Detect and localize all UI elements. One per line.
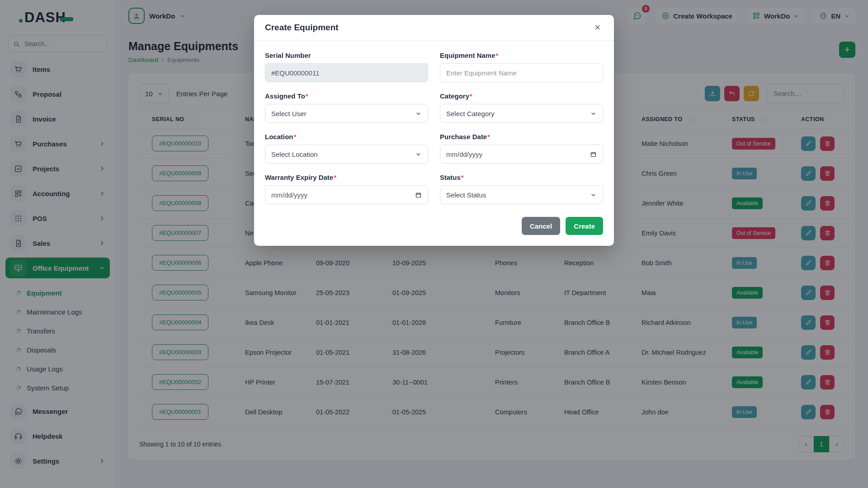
chevron-down-icon: [415, 151, 422, 158]
serial-number-label: Serial Number: [265, 52, 311, 59]
category-select[interactable]: Select Category: [440, 104, 603, 123]
calendar-icon[interactable]: [590, 151, 597, 158]
modal-title: Create Equipment: [265, 23, 339, 33]
serial-number-input: [265, 63, 428, 82]
location-value: Select Location: [271, 150, 318, 158]
modal-header: Create Equipment ×: [254, 15, 614, 41]
category-value: Select Category: [446, 110, 495, 117]
required-asterisk: *: [461, 174, 464, 181]
required-asterisk: *: [306, 92, 308, 100]
chevron-down-icon: [590, 192, 597, 198]
assigned-to-value: Select User: [271, 110, 307, 117]
warranty-expiry-date-input[interactable]: mm/dd/yyyy: [265, 185, 428, 204]
location-select[interactable]: Select Location: [265, 145, 428, 164]
calendar-icon[interactable]: [415, 192, 422, 198]
field-assigned-to: Assigned To* Select User: [265, 92, 428, 123]
status-value: Select Status: [446, 191, 486, 199]
category-label: Category: [440, 92, 469, 100]
required-asterisk: *: [294, 133, 297, 141]
equipment-name-label: Equipment Name: [440, 52, 495, 59]
purchase-date-label: Purchase Date: [440, 133, 487, 141]
chevron-down-icon: [415, 110, 422, 117]
chevron-down-icon: [590, 110, 597, 117]
assigned-to-select[interactable]: Select User: [265, 104, 428, 123]
status-label: Status: [440, 174, 461, 181]
purchase-date-input[interactable]: mm/dd/yyyy: [440, 145, 603, 164]
field-location: Location* Select Location: [265, 133, 428, 164]
modal-footer: Cancel Create: [254, 209, 614, 246]
field-warranty-expiry-date: Warranty Expiry Date* mm/dd/yyyy: [265, 174, 428, 204]
required-asterisk: *: [496, 52, 499, 59]
status-select[interactable]: Select Status: [440, 185, 603, 204]
field-purchase-date: Purchase Date* mm/dd/yyyy: [440, 133, 603, 164]
cancel-button[interactable]: Cancel: [522, 217, 560, 235]
create-button[interactable]: Create: [566, 217, 603, 235]
required-asterisk: *: [487, 133, 490, 141]
field-category: Category* Select Category: [440, 92, 603, 123]
location-label: Location: [265, 133, 293, 141]
close-icon[interactable]: ×: [592, 22, 603, 33]
equipment-name-input[interactable]: [440, 63, 603, 82]
field-serial-number: Serial Number: [265, 52, 428, 82]
purchase-date-placeholder: mm/dd/yyyy: [446, 150, 482, 158]
assigned-to-label: Assigned To: [265, 92, 305, 100]
modal-body: Serial Number Equipment Name* Assigned T…: [254, 41, 614, 209]
warranty-expiry-date-label: Warranty Expiry Date: [265, 174, 333, 181]
field-status: Status* Select Status: [440, 174, 603, 204]
field-equipment-name: Equipment Name*: [440, 52, 603, 82]
required-asterisk: *: [470, 92, 472, 100]
create-equipment-modal: Create Equipment × Serial Number Equipme…: [254, 15, 614, 246]
required-asterisk: *: [334, 174, 336, 181]
warranty-date-placeholder: mm/dd/yyyy: [271, 191, 307, 199]
